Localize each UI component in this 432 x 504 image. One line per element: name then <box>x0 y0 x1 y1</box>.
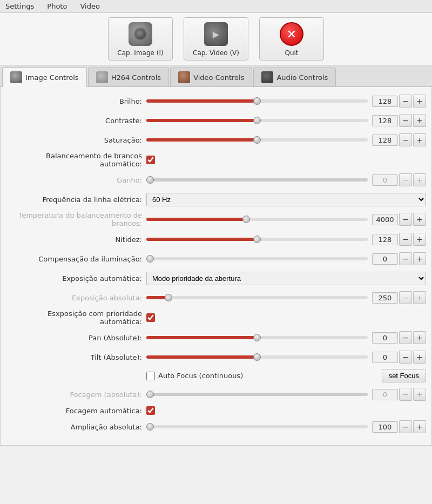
cap-image-icon <box>127 21 153 47</box>
exposicao-absoluta-label: Exposição absoluta: <box>6 294 146 302</box>
ampliacao-thumb[interactable] <box>146 423 154 431</box>
tab-image-controls[interactable]: Image Controls <box>2 68 87 87</box>
exposicao-absoluta-thumb[interactable] <box>165 294 172 301</box>
set-focus-button[interactable]: set Focus <box>382 369 426 382</box>
contraste-slider[interactable] <box>146 119 368 122</box>
pan-thumb[interactable] <box>253 334 261 341</box>
cap-video-label: Cap. Video (V) <box>193 49 239 57</box>
auto-focus-checkbox[interactable] <box>146 372 155 380</box>
frequencia-select[interactable]: 60 Hz 50 Hz <box>146 193 426 206</box>
tilt-slider[interactable] <box>146 355 368 359</box>
tab-audio-controls[interactable]: Audio Controls <box>253 68 336 86</box>
saturacao-plus[interactable]: + <box>413 133 426 146</box>
temperatura-label: Temperatura do balanceamento de brancos: <box>6 211 146 227</box>
frequencia-row: Frequência da linha elétrica: 60 Hz 50 H… <box>6 192 426 207</box>
ganho-row: Ganho: 0 − + <box>6 172 426 187</box>
exposicao-absoluta-slider[interactable] <box>146 296 368 299</box>
tab-video-controls[interactable]: Video Controls <box>170 68 252 86</box>
brilho-minus[interactable]: − <box>399 95 412 107</box>
exposicao-auto-select[interactable]: Modo prioridade da abertura Manual Autom… <box>146 272 426 285</box>
balanceamento-auto-row: Balanceamento de brancos automático: <box>6 152 426 168</box>
cap-image-button[interactable]: Cap. Image (I) <box>108 17 173 61</box>
brilho-slider-wrap <box>146 99 368 103</box>
menubar: Settings Photo Video <box>0 0 432 13</box>
brilho-slider[interactable] <box>146 99 368 103</box>
compensacao-minus[interactable]: − <box>399 252 412 265</box>
contraste-value: 128 <box>372 115 398 126</box>
exposicao-absoluta-minus: − <box>399 291 412 304</box>
nitidez-label: Nitidez: <box>6 236 146 244</box>
temperatura-row: Temperatura do balanceamento de brancos:… <box>6 211 426 227</box>
exposicao-absoluta-row: Exposição absoluta: 250 − + <box>6 290 426 305</box>
tilt-thumb[interactable] <box>253 353 261 361</box>
nitidez-slider[interactable] <box>146 238 368 241</box>
compensacao-slider[interactable] <box>146 257 368 260</box>
saturacao-thumb[interactable] <box>253 136 261 144</box>
quit-label: Quit <box>285 49 298 57</box>
quit-icon: ✕ <box>279 21 305 47</box>
temperatura-plus[interactable]: + <box>413 213 426 226</box>
tilt-plus[interactable]: + <box>413 351 426 364</box>
ampliacao-slider[interactable] <box>146 425 368 428</box>
brilho-thumb[interactable] <box>253 97 261 105</box>
pan-slider-wrap <box>146 336 368 339</box>
temperatura-slider[interactable] <box>146 218 368 221</box>
compensacao-thumb[interactable] <box>146 255 154 263</box>
auto-focus-row: Auto Focus (continuous) set Focus <box>6 369 426 382</box>
tilt-row: Tilt (Absolute): 0 − + <box>6 350 426 365</box>
pan-minus[interactable]: − <box>399 331 412 344</box>
tilt-minus[interactable]: − <box>399 351 412 364</box>
cap-video-icon <box>203 21 229 47</box>
contraste-minus[interactable]: − <box>399 114 412 127</box>
focagem-absoluta-value: 0 <box>372 389 398 400</box>
brilho-label: Brilho: <box>6 97 146 105</box>
compensacao-slider-wrap <box>146 257 368 260</box>
tab-h264-controls[interactable]: H264 Controls <box>88 68 170 86</box>
focagem-automatica-checkbox[interactable] <box>146 406 155 415</box>
temperatura-minus[interactable]: − <box>399 213 412 226</box>
ampliacao-minus[interactable]: − <box>399 420 412 433</box>
saturacao-minus[interactable]: − <box>399 133 412 146</box>
ganho-label: Ganho: <box>6 176 146 184</box>
nitidez-thumb[interactable] <box>253 236 261 243</box>
contraste-thumb[interactable] <box>253 117 261 124</box>
menu-settings[interactable]: Settings <box>2 1 37 11</box>
temperatura-value: 4000 <box>372 214 398 225</box>
esxposicao-prio-auto-label: Esxposição com prioridade automática: <box>6 310 146 326</box>
compensacao-row: Compensação da iluminação: 0 − + <box>6 251 426 266</box>
pan-label: Pan (Absolute): <box>6 334 146 342</box>
saturacao-slider-wrap <box>146 138 368 142</box>
nitidez-minus[interactable]: − <box>399 233 412 246</box>
contraste-plus[interactable]: + <box>413 114 426 127</box>
frequencia-dropdown-wrap: 60 Hz 50 Hz <box>146 193 426 206</box>
temperatura-thumb[interactable] <box>242 216 250 223</box>
pan-slider[interactable] <box>146 336 368 339</box>
compensacao-plus[interactable]: + <box>413 252 426 265</box>
video-tab-icon <box>178 71 190 83</box>
nitidez-row: Nitidez: 128 − + <box>6 232 426 247</box>
pan-row: Pan (Absolute): 0 − + <box>6 330 426 345</box>
cap-video-button[interactable]: Cap. Video (V) <box>184 17 248 61</box>
exposicao-auto-label: Exposição automática: <box>6 274 146 283</box>
nitidez-plus[interactable]: + <box>413 233 426 246</box>
menu-video[interactable]: Video <box>77 1 103 11</box>
esxposicao-prio-auto-row: Esxposição com prioridade automática: <box>6 310 426 326</box>
esxposicao-prio-auto-checkbox[interactable] <box>146 313 155 322</box>
exposicao-absoluta-slider-wrap <box>146 296 368 299</box>
tab-image-controls-label: Image Controls <box>25 73 79 82</box>
contraste-label: Contraste: <box>6 117 146 125</box>
ampliacao-plus[interactable]: + <box>413 420 426 433</box>
menu-photo[interactable]: Photo <box>44 1 70 11</box>
audio-tab-icon <box>261 71 273 83</box>
pan-plus[interactable]: + <box>413 331 426 344</box>
saturacao-slider[interactable] <box>146 138 368 142</box>
focagem-absoluta-thumb[interactable] <box>146 391 154 398</box>
contraste-slider-wrap <box>146 119 368 122</box>
ganho-thumb[interactable] <box>146 176 154 184</box>
focagem-absoluta-slider[interactable] <box>146 393 368 396</box>
focagem-absoluta-minus: − <box>399 388 412 401</box>
ganho-slider[interactable] <box>146 178 368 182</box>
quit-button[interactable]: ✕ Quit <box>259 17 324 61</box>
balanceamento-auto-checkbox[interactable] <box>146 156 155 164</box>
brilho-plus[interactable]: + <box>413 95 426 107</box>
